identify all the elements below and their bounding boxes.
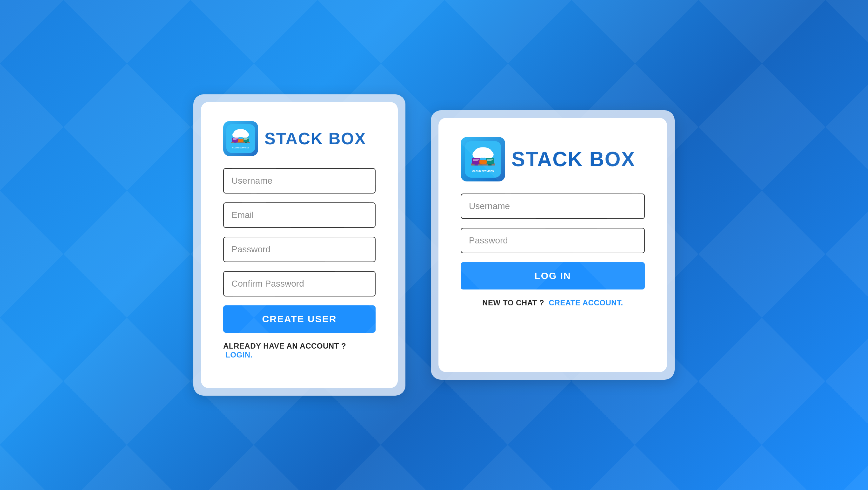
create-user-button[interactable]: CREATE USER	[223, 306, 376, 333]
svg-rect-6	[234, 142, 237, 143]
svg-rect-27	[487, 159, 493, 160]
svg-point-17	[472, 150, 483, 158]
svg-rect-8	[245, 142, 247, 143]
register-logo-icon: CLOUD SERVICES	[223, 121, 258, 156]
register-email-group	[223, 202, 376, 228]
register-confirm-password-group	[223, 271, 376, 296]
login-footer: NEW TO CHAT ? CREATE ACCOUNT.	[482, 298, 623, 307]
svg-rect-23	[488, 164, 492, 165]
svg-rect-21	[474, 164, 477, 165]
register-confirm-password-input[interactable]	[223, 271, 376, 296]
register-card: CLOUD SERVICES STACK BOX CREATE USER ALR…	[201, 102, 398, 388]
svg-rect-13	[244, 139, 247, 140]
login-link[interactable]: LOGIN.	[225, 350, 253, 359]
register-outer-card: CLOUD SERVICES STACK BOX CREATE USER ALR…	[193, 94, 405, 396]
svg-rect-10	[233, 138, 238, 139]
register-email-input[interactable]	[223, 202, 376, 228]
register-username-input[interactable]	[223, 168, 376, 194]
login-outer-card: CLOUD SERVICES STACK BOX LOG IN NEW TO C…	[431, 110, 675, 380]
register-logo-area: CLOUD SERVICES STACK BOX	[223, 121, 366, 156]
login-password-group	[461, 228, 645, 253]
register-submit-group: CREATE USER	[223, 306, 376, 333]
login-logo-icon: CLOUD SERVICES	[461, 137, 505, 181]
login-username-group	[461, 194, 645, 219]
create-account-link[interactable]: CREATE ACCOUNT.	[549, 298, 623, 307]
login-submit-group: LOG IN	[461, 262, 645, 289]
login-logo-text: STACK BOX	[512, 147, 635, 171]
svg-rect-28	[487, 160, 492, 161]
svg-point-2	[232, 132, 241, 138]
svg-rect-26	[473, 160, 477, 161]
svg-rect-9	[238, 139, 244, 142]
register-logo-text: STACK BOX	[265, 129, 366, 148]
svg-rect-24	[479, 160, 487, 164]
login-button[interactable]: LOG IN	[461, 262, 645, 289]
register-username-group	[223, 168, 376, 194]
register-password-input[interactable]	[223, 237, 376, 262]
svg-point-18	[483, 150, 493, 158]
svg-rect-12	[244, 138, 249, 139]
svg-point-3	[241, 132, 249, 138]
login-card: CLOUD SERVICES STACK BOX LOG IN NEW TO C…	[438, 118, 667, 372]
register-password-group	[223, 237, 376, 262]
svg-text:CLOUD SERVICES: CLOUD SERVICES	[232, 147, 249, 149]
register-footer: ALREADY HAVE AN ACCOUNT ? LOGIN.	[223, 342, 376, 359]
svg-text:CLOUD SERVICES: CLOUD SERVICES	[472, 170, 494, 173]
svg-rect-11	[233, 139, 237, 140]
login-username-input[interactable]	[461, 194, 645, 219]
svg-rect-25	[473, 159, 479, 160]
login-password-input[interactable]	[461, 228, 645, 253]
login-logo-area: CLOUD SERVICES STACK BOX	[461, 137, 635, 181]
